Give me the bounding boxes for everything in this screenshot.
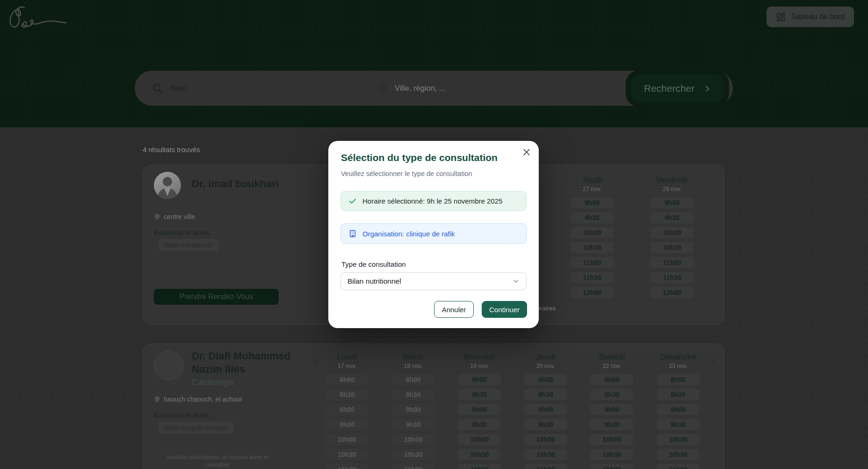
dashboard-button[interactable]: Tableau de bord <box>767 7 854 27</box>
time-slot[interactable]: 9h30 <box>524 419 567 430</box>
calendar-day-label: Dimanche <box>650 352 706 362</box>
expertise-tag: Bilan sanguin complet <box>159 422 234 434</box>
dashboard-grid-icon <box>776 12 786 22</box>
time-slot[interactable]: 9h00 <box>524 404 567 415</box>
search-query-input[interactable] <box>170 84 254 93</box>
time-slot[interactable]: 10h30 <box>524 449 567 460</box>
time-slot: 8h00 <box>392 374 435 385</box>
logo-signature[interactable] <box>7 3 72 32</box>
time-slot[interactable]: 11h00 <box>657 464 700 469</box>
expertise-tag: Bilan nutritionnel <box>159 239 218 251</box>
time-slot[interactable]: 9h30 <box>458 419 501 430</box>
chevron-down-icon <box>512 278 520 285</box>
time-slot[interactable]: 10h30 <box>458 449 501 460</box>
modal-title: Sélection du type de consultation <box>341 152 498 163</box>
calendar-column: Dimanche23 nov.8h008h309h009h3010h0010h3… <box>650 352 706 469</box>
time-slot[interactable]: 11h00 <box>651 257 694 268</box>
time-slot: 10h00 <box>392 434 435 445</box>
time-slot[interactable]: 8h30 <box>458 389 501 400</box>
time-slot[interactable]: 8h00 <box>524 374 567 385</box>
time-slot[interactable]: 10h30 <box>651 242 694 253</box>
time-slot[interactable]: 10h00 <box>657 434 700 445</box>
time-slot[interactable]: 9h30 <box>657 419 700 430</box>
time-slot[interactable]: 11h00 <box>590 464 633 469</box>
calendar-day-label: Jeudi <box>518 352 574 362</box>
time-slot: 11h00 <box>392 464 435 469</box>
time-slot[interactable]: 11h00 <box>458 464 501 469</box>
time-slot[interactable]: 9h00 <box>657 404 700 415</box>
time-slot[interactable]: 8h00 <box>590 374 633 385</box>
time-slot: 8h30 <box>326 389 369 400</box>
time-slot[interactable]: 10h30 <box>571 242 614 253</box>
time-slot[interactable]: 10h00 <box>590 434 633 445</box>
doctor-location: haouch chaouch, el achour <box>164 396 242 403</box>
time-slot[interactable]: 9h00 <box>571 197 614 208</box>
cancel-button[interactable]: Annuler <box>434 301 474 318</box>
doctor-name: Dr. imad boukhari <box>192 177 279 191</box>
time-slot[interactable]: 9h30 <box>651 212 694 223</box>
time-slot[interactable]: 8h30 <box>524 389 567 400</box>
search-bar: Rechercher <box>135 71 733 106</box>
calendar-column: Jeudi27 nov.9h009h3010h0010h3011h0011h30… <box>564 176 620 298</box>
doctor-avatar <box>154 351 184 381</box>
calendar-prev-button[interactable] <box>311 179 322 191</box>
map-pin-icon <box>154 396 160 403</box>
time-slot: 10h00 <box>326 434 369 445</box>
time-slot: 9h30 <box>326 419 369 430</box>
availability-calendar: Lundi17 nov.8h008h309h009h3010h0010h3011… <box>319 352 706 469</box>
close-icon[interactable] <box>521 147 532 158</box>
calendar-day-label: Mercredi <box>451 352 507 362</box>
time-slot[interactable]: 11h30 <box>651 272 694 283</box>
check-icon <box>348 197 357 205</box>
map-pin-icon <box>154 213 160 220</box>
expertise-heading: Expertise et actes <box>154 229 210 236</box>
calendar-column: Mardi18 nov.8h008h309h009h3010h0010h3011… <box>385 352 441 469</box>
map-pin-icon <box>376 82 388 95</box>
consultation-type-select[interactable]: Bilan nutritionnel <box>340 272 527 290</box>
chevron-right-icon <box>704 85 711 92</box>
time-slot[interactable]: 10h00 <box>571 227 614 238</box>
time-slot: 9h00 <box>392 404 435 415</box>
calendar-date-label: 18 nov. <box>385 362 441 370</box>
calendar-next-button[interactable] <box>706 179 717 191</box>
search-icon <box>152 82 164 95</box>
calendar-day-label: Mardi <box>385 352 441 362</box>
time-slot[interactable]: 12h00 <box>571 287 614 298</box>
time-slot[interactable]: 8h30 <box>657 389 700 400</box>
dashboard-button-label: Tableau de bord <box>791 13 845 21</box>
time-slot: 10h30 <box>392 449 435 460</box>
time-slot[interactable]: 9h00 <box>590 404 633 415</box>
organisation-banner: Organisation: clinique de rafik <box>340 223 527 244</box>
doctor-specialty: Cardiologie <box>192 378 234 388</box>
time-slot[interactable]: 9h30 <box>571 212 614 223</box>
location-input[interactable] <box>395 84 554 93</box>
time-slot: 8h30 <box>392 389 435 400</box>
header: Tableau de bord <box>0 0 868 127</box>
time-slot[interactable]: 8h00 <box>458 374 501 385</box>
time-slot[interactable]: 11h30 <box>571 272 614 283</box>
time-slot[interactable]: 11h00 <box>571 257 614 268</box>
selected-slot-banner: Horaire sélectionné: 9h le 25 novembre 2… <box>340 191 527 211</box>
continue-button[interactable]: Continuer <box>482 301 527 318</box>
doctor-location: centre ville <box>164 213 195 220</box>
time-slot[interactable]: 11h00 <box>524 464 567 469</box>
availability-calendar: Jeudi27 nov.9h009h3010h0010h3011h0011h30… <box>564 176 700 298</box>
search-submit-button[interactable]: Rechercher <box>630 75 724 102</box>
time-slot[interactable]: 9h00 <box>651 197 694 208</box>
time-slot[interactable]: 10h00 <box>524 434 567 445</box>
organisation-text: Organisation: clinique de rafik <box>362 230 455 238</box>
time-slot[interactable]: 12h00 <box>651 287 694 298</box>
time-slot[interactable]: 10h30 <box>657 449 700 460</box>
time-slot[interactable]: 10h00 <box>458 434 501 445</box>
time-slot[interactable]: 8h00 <box>657 374 700 385</box>
time-slot[interactable]: 9h00 <box>458 404 501 415</box>
calendar-date-label: 17 nov. <box>319 362 375 370</box>
time-slot[interactable]: 10h30 <box>590 449 633 460</box>
book-appointment-button[interactable]: Prendre Rendez-Vous <box>154 289 279 305</box>
time-slot[interactable]: 9h30 <box>590 419 633 430</box>
select-slot-hint: Veuillez sélectionner un horaire dans le… <box>156 454 279 469</box>
time-slot[interactable]: 8h30 <box>590 389 633 400</box>
selected-slot-text: Horaire sélectionné: 9h le 25 novembre 2… <box>362 197 502 205</box>
time-slot[interactable]: 10h00 <box>651 227 694 238</box>
calendar-next-button[interactable] <box>706 357 717 368</box>
